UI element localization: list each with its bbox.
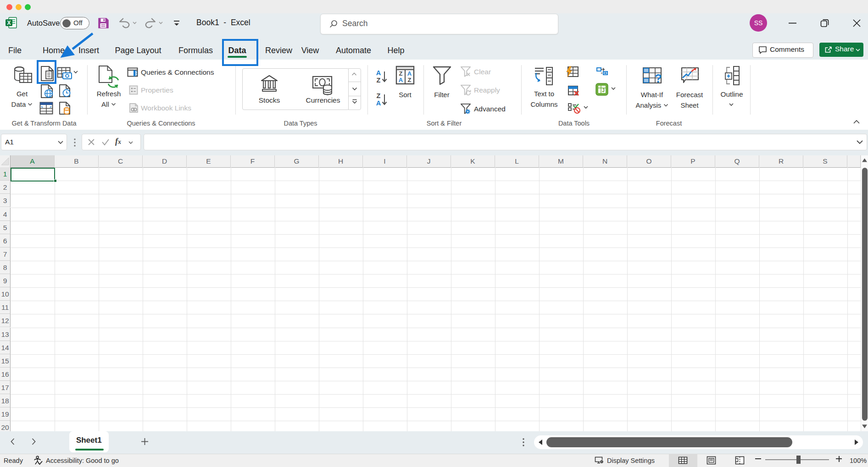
- svg-text:?: ?: [655, 71, 662, 85]
- svg-text:A: A: [399, 77, 403, 83]
- svg-text:A: A: [376, 70, 381, 77]
- svg-text:Z: Z: [408, 77, 412, 83]
- svg-text:Z: Z: [377, 93, 381, 99]
- svg-text:X: X: [7, 20, 11, 26]
- svg-text:A: A: [407, 70, 412, 77]
- svg-text:A: A: [376, 99, 381, 106]
- svg-text:J: J: [602, 88, 605, 93]
- svg-text:Z: Z: [399, 70, 403, 77]
- svg-text:Z: Z: [377, 77, 381, 83]
